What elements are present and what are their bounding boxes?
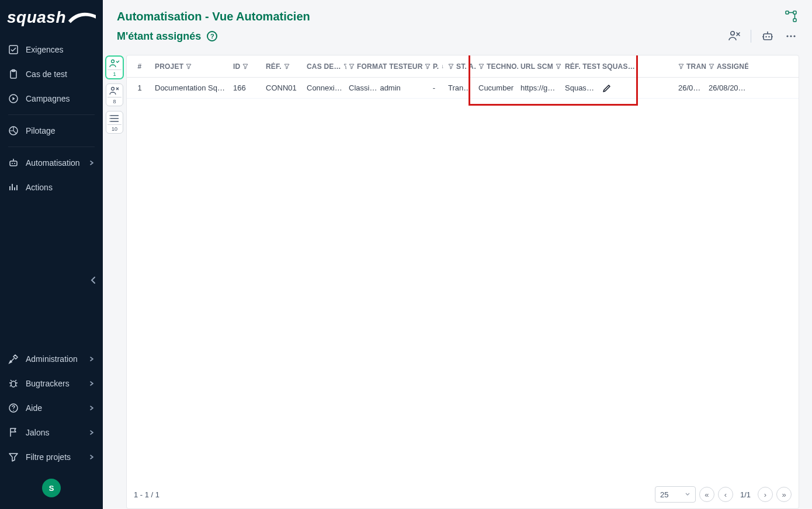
sidebar-item-label: Actions	[26, 183, 53, 192]
rail-unassigned[interactable]: 8	[106, 83, 123, 106]
grid-footer: 1 - 1 / 1 25 « ‹ 1/1 › »	[127, 480, 799, 508]
svg-point-6	[12, 163, 13, 164]
nav-mid2: AutomatisationActions	[0, 151, 103, 200]
svg-point-18	[786, 35, 788, 37]
col-id[interactable]: ID	[231, 62, 263, 71]
table-row[interactable]: 1 Documentation Sq… 166 CONN01 Connexio……	[127, 78, 799, 99]
check-square-icon	[8, 44, 19, 55]
cell-projet: Documentation Sq…	[152, 83, 231, 92]
sidebar-item-label: Automatisation	[26, 158, 80, 168]
cell-urlscm: https://g…	[518, 83, 563, 92]
bug-icon	[8, 378, 19, 389]
sidebar-item-cas-de-test[interactable]: Cas de test	[0, 62, 103, 86]
funnel-icon	[8, 452, 19, 462]
sidebar-item-label: Filtre projets	[26, 452, 71, 462]
chevron-right-icon	[89, 381, 95, 386]
cell-ref: CONN01	[263, 83, 304, 92]
nav-top: ExigencesCas de testCampagnes	[0, 37, 103, 111]
svg-point-17	[768, 36, 769, 37]
svg-point-10	[13, 410, 14, 411]
row-range: 1 - 1 / 1	[134, 490, 159, 499]
col-squas[interactable]: SQUAS…	[600, 62, 676, 71]
rail-assigned-to-me[interactable]: 1	[106, 56, 123, 79]
logo-text: squash	[7, 8, 66, 27]
sidebar-item-aide[interactable]: Aide	[0, 396, 103, 420]
col-techno[interactable]: TECHNO.↑	[476, 62, 518, 71]
sidebar-item-automatisation[interactable]: Automatisation	[0, 151, 103, 175]
page-prev-button[interactable]: ‹	[718, 487, 733, 502]
chevron-right-icon	[89, 454, 95, 460]
sidebar-item-pilotage[interactable]: Pilotage	[0, 118, 103, 143]
cell-prio: -	[422, 83, 446, 92]
help-icon[interactable]: ?	[207, 31, 217, 41]
avatar[interactable]: S	[42, 479, 61, 497]
mini-rail: 1 8 10	[103, 48, 126, 509]
svg-point-16	[765, 36, 766, 37]
col-num[interactable]: #	[127, 62, 152, 71]
filter-icon	[478, 64, 484, 69]
col-format[interactable]: FORMAT TESTEUR	[346, 62, 422, 71]
page-title: Automatisation - Vue Automaticien	[117, 10, 310, 23]
col-p[interactable]: P.↓	[422, 62, 446, 71]
svg-point-25	[109, 121, 110, 121]
more-icon[interactable]	[784, 29, 798, 43]
chevron-down-icon	[685, 491, 690, 497]
sidebar-item-administration[interactable]: Administration	[0, 347, 103, 371]
rail-all[interactable]: 10	[106, 111, 123, 134]
sidebar-item-jalons[interactable]: Jalons	[0, 420, 103, 445]
page-last-button[interactable]: »	[776, 487, 792, 502]
cell-format: Classi…admin	[346, 83, 422, 92]
filter-icon	[709, 64, 714, 69]
gauge-icon	[8, 125, 19, 136]
sidebar-item-label: Aide	[26, 403, 42, 413]
svg-rect-15	[764, 34, 772, 40]
cell-reftest: SquashTM/Recett…	[563, 83, 600, 92]
col-projet[interactable]: PROJET	[152, 62, 231, 71]
clipboard-icon	[8, 69, 19, 79]
sidebar-collapse-button[interactable]	[0, 270, 103, 291]
col-assigne[interactable]: ASSIGNÉ LE	[706, 62, 748, 71]
page-next-button[interactable]: ›	[758, 487, 773, 502]
unassign-icon[interactable]	[727, 29, 741, 43]
col-ref[interactable]: RÉF.	[263, 62, 304, 71]
play-circle-icon	[8, 93, 19, 104]
col-reftest[interactable]: RÉF. TEST AUTO	[563, 62, 600, 71]
page-size-select[interactable]: 25	[655, 486, 696, 503]
filter-icon	[556, 64, 561, 69]
svg-rect-5	[10, 161, 17, 166]
page-first-button[interactable]: «	[699, 487, 714, 502]
filter-icon	[284, 64, 290, 69]
col-urlscm[interactable]: URL SCM	[518, 62, 563, 71]
sidebar-item-label: Campagnes	[26, 94, 70, 103]
chevron-right-icon	[89, 405, 95, 411]
nav-bottom: AdministrationBugtrackersAideJalonsFiltr…	[0, 347, 103, 469]
col-transmi[interactable]: TRANSMI…	[676, 62, 706, 71]
content: 1 8 10 # PROJET ID RÉF. CAS DE… FORMAT T…	[103, 48, 812, 509]
sidebar-item-label: Exigences	[26, 45, 64, 54]
grid-header: # PROJET ID RÉF. CAS DE… FORMAT TESTEUR …	[127, 55, 799, 78]
page-info: 1/1	[740, 490, 751, 499]
col-status[interactable]: ST. A…↑	[446, 62, 476, 71]
sidebar-item-actions[interactable]: Actions	[0, 175, 103, 200]
svg-point-7	[14, 163, 15, 164]
workflow-icon[interactable]	[784, 9, 798, 23]
chevron-right-icon	[89, 160, 95, 166]
sidebar-item-filtre-projets[interactable]: Filtre projets	[0, 445, 103, 469]
sidebar-item-campagnes[interactable]: Campagnes	[0, 86, 103, 111]
filter-icon	[242, 64, 248, 69]
section-title: M'étant assignés	[117, 30, 201, 43]
logo: squash	[0, 0, 103, 37]
edit-button[interactable]	[600, 83, 676, 93]
robot-icon[interactable]	[761, 29, 775, 43]
col-cas[interactable]: CAS DE…	[304, 62, 346, 71]
filter-icon	[186, 64, 192, 69]
sidebar: squash ExigencesCas de testCampagnes Pil…	[0, 0, 103, 509]
cell-id: 166	[231, 83, 263, 92]
sidebar-item-exigences[interactable]: Exigences	[0, 37, 103, 62]
svg-point-24	[109, 118, 110, 118]
sidebar-item-bugtrackers[interactable]: Bugtrackers	[0, 371, 103, 396]
filter-icon	[678, 64, 684, 69]
flag-icon	[8, 427, 19, 438]
svg-point-22	[112, 88, 114, 90]
question-circle-icon	[8, 403, 19, 413]
